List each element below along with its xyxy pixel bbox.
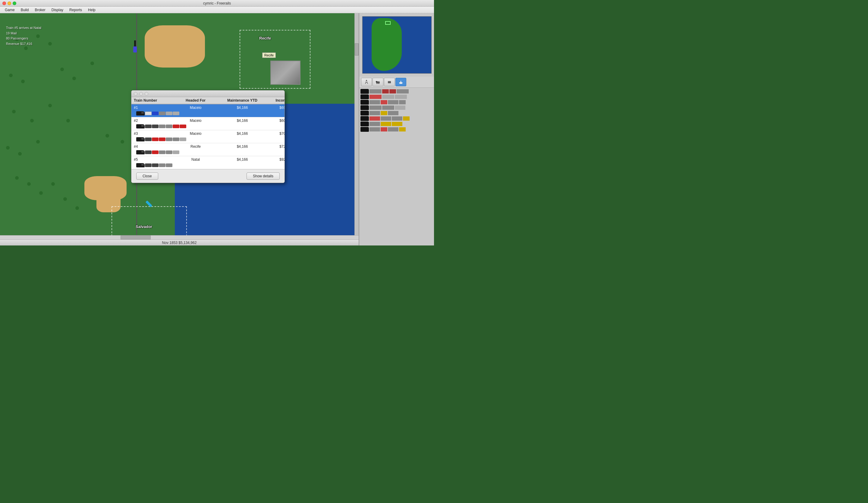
thumb-car-4a: [370, 105, 382, 110]
tree-5: [9, 74, 13, 77]
train-3-graphic: [136, 137, 282, 142]
thumb-loco-3: [360, 100, 369, 105]
row-4-maintenance: $4,166: [218, 144, 267, 149]
thumb-car-6a: [370, 116, 380, 121]
thumb-car-8a: [370, 127, 380, 132]
thumb-car-7b: [381, 122, 391, 126]
train-thumb-row-5: [360, 111, 433, 115]
car-1e: [173, 112, 179, 115]
train-thumb-row-3: [360, 100, 433, 105]
car-4e: [173, 151, 179, 154]
thumb-loco-2: [360, 94, 369, 99]
dialog-body: Train Number Headed For Maintenance YTD …: [132, 97, 285, 169]
car-5c: [159, 163, 165, 167]
row-3-top: #3 Maceio $4,166 $70,249: [132, 130, 285, 136]
train-1-graphic: [136, 111, 282, 116]
car-3b: [152, 137, 158, 141]
table-row[interactable]: #2 Maceio $4,166 $60,672: [132, 117, 285, 130]
car-3d: [166, 137, 172, 141]
close-window-button[interactable]: [2, 1, 6, 5]
row-3-graphic: [132, 136, 285, 143]
menu-broker[interactable]: Broker: [32, 7, 48, 13]
thumb-car-3c: [388, 100, 399, 104]
row-2-number: #2: [134, 119, 173, 123]
loco-2: [136, 124, 145, 129]
thumb-car-6b: [381, 116, 391, 121]
row-1-income: $69,804: [267, 105, 285, 110]
dialog-min-dot[interactable]: [139, 92, 143, 95]
vertical-scrollbar[interactable]: [354, 13, 359, 245]
svg-point-0: [366, 80, 367, 81]
tree-17: [15, 176, 19, 180]
table-row[interactable]: #5 Natal $4,166 $92,183: [132, 156, 285, 169]
tree-10: [12, 110, 16, 113]
dialog-footer: Close Show details: [132, 169, 285, 183]
thumb-car-3d: [399, 100, 406, 104]
thumb-car-1a: [370, 89, 382, 93]
title-bar: cymric - Freerails: [0, 0, 434, 7]
toolbar-btn-ship[interactable]: [395, 78, 406, 86]
toolbar-btn-walk[interactable]: [361, 78, 372, 86]
tree-11: [30, 119, 34, 122]
train-list-dialog: Train Number Headed For Maintenance YTD …: [131, 90, 285, 183]
menu-game[interactable]: Game: [2, 7, 17, 13]
table-row[interactable]: #1 Maceio $4,166 $69,804: [132, 104, 285, 117]
toolbar-btn-cargo[interactable]: [384, 78, 395, 86]
tree-13: [66, 119, 70, 122]
row-3-maintenance: $4,166: [218, 132, 267, 136]
car-1d: [166, 112, 172, 115]
dialog-max-dot[interactable]: [145, 92, 148, 95]
notification-line4: Revenue $17,416: [6, 41, 41, 47]
close-button[interactable]: Close: [136, 173, 158, 180]
thumb-loco-7: [360, 122, 369, 126]
right-toolbar: [359, 76, 434, 88]
h-scrollbar-thumb[interactable]: [121, 236, 151, 239]
col-header-train-number: Train Number: [134, 98, 173, 103]
menu-build[interactable]: Build: [18, 7, 31, 13]
loco-1: [136, 111, 145, 115]
tree-9: [90, 62, 94, 65]
maximize-window-button[interactable]: [13, 1, 16, 5]
notification-box: Train #5 arrives at Natal 19 Mail 80 Pas…: [6, 25, 41, 47]
row-1-maintenance: $4,166: [218, 105, 267, 110]
car-3c: [159, 137, 165, 141]
train-thumb-row-7: [360, 122, 433, 126]
notification-line3: 80 Passengers: [6, 36, 41, 41]
minimize-window-button[interactable]: [8, 1, 11, 5]
row-5-number: #5: [134, 157, 173, 162]
scrollbar-thumb[interactable]: [355, 43, 359, 55]
thumb-loco-8: [360, 127, 369, 132]
tree-22: [75, 206, 79, 210]
row-5-income: $92,183: [267, 157, 285, 162]
car-2c: [159, 124, 165, 128]
menu-help[interactable]: Help: [85, 7, 98, 13]
window-title: cymric - Freerails: [203, 1, 231, 6]
row-5-destination: Natal: [173, 157, 218, 162]
thumb-loco-6: [360, 116, 369, 121]
table-row[interactable]: #4 Recife $4,166 $72,980: [132, 143, 285, 156]
row-3-destination: Maceio: [173, 132, 218, 136]
car-4b: [152, 151, 158, 154]
tree-16: [36, 140, 40, 144]
dialog-close-dot[interactable]: [134, 92, 137, 95]
mini-map-viewport: [385, 21, 391, 25]
car-5d: [166, 163, 172, 167]
train-thumb-row-1: [360, 89, 433, 94]
horizontal-scrollbar[interactable]: [0, 235, 359, 239]
car-5b: [152, 163, 158, 167]
tree-4: [48, 42, 52, 45]
thumb-loco-4: [360, 105, 369, 110]
thumb-loco-5: [360, 111, 369, 115]
svg-rect-6: [401, 81, 401, 83]
car-2e: [173, 124, 179, 128]
car-3f: [180, 137, 186, 141]
thumb-car-8b: [381, 127, 387, 132]
menu-reports[interactable]: Reports: [67, 7, 84, 13]
toolbar-btn-train[interactable]: [373, 78, 383, 86]
show-details-button[interactable]: Show details: [247, 173, 280, 180]
notification-line2: 19 Mail: [6, 31, 41, 36]
thumb-car-4c: [395, 105, 405, 110]
table-row[interactable]: #3 Maceio $4,166 $70,249: [132, 130, 285, 143]
thumb-car-8c: [388, 127, 399, 132]
menu-display[interactable]: Display: [49, 7, 66, 13]
